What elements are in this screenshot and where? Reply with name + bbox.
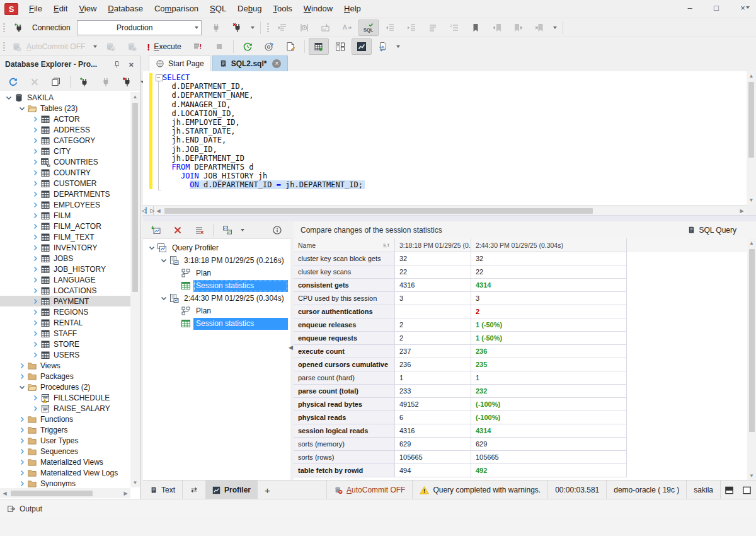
tree-item-sakila[interactable]: SAKILA [0,92,130,103]
chevron-down-icon[interactable] [17,382,27,392]
tree-item-job-history[interactable]: JOB_HISTORY [0,264,130,274]
tab-text-view[interactable]: Text [143,481,182,499]
chevron-right-icon[interactable] [30,146,40,156]
chevron-right-icon[interactable] [30,264,40,274]
profiler-item-plan[interactable]: Plan [143,267,290,279]
tree-item-city[interactable]: CITY [0,146,130,156]
rollback-button[interactable] [122,38,142,55]
tab-list-caret-icon[interactable] [746,6,750,9]
clear-results-button[interactable] [189,222,209,238]
sql-query-button[interactable]: SQL Query [687,226,736,235]
chevron-right-icon[interactable] [30,114,40,124]
chevron-right-icon[interactable] [17,436,27,446]
stat-row-physical-read-bytes[interactable]: physical read bytes49152(-100%) [294,398,747,411]
autocommit-caret-icon[interactable] [93,45,97,48]
scroll-left-icon[interactable]: ◀ [154,206,163,216]
swap-view-button[interactable] [183,481,205,499]
toolbar-grip[interactable] [3,23,5,33]
chevron-right-icon[interactable] [30,232,40,242]
scroll-up-icon[interactable]: ▲ [747,238,756,248]
stat-row-sorts-memory-[interactable]: sorts (memory)629629 [294,438,747,451]
menu-item-edit[interactable]: Edit [48,0,73,18]
stat-row-execute-count[interactable]: execute count237236 [294,345,747,358]
autocommit-button[interactable]: AutoCommit OFF [9,38,90,55]
menu-item-database[interactable]: Database [102,0,149,18]
increase-indent-button[interactable] [401,20,421,36]
chevron-right-icon[interactable] [30,200,40,210]
tree-item-packages[interactable]: Packages [0,371,130,382]
stat-row-consistent-gets[interactable]: consistent gets43164314 [294,279,747,292]
execution-history-button[interactable] [238,38,258,55]
collapse-pane-icon[interactable]: ◀ [289,344,293,351]
column-header-snapshot2[interactable]: 2:44:30 PM 01/29/25 (0.304s) [471,238,627,252]
stat-row-cluster-key-scans[interactable]: cluster key scans2222 [294,265,747,279]
editor-vertical-scrollbar[interactable]: ▲ ▼ [747,71,756,205]
autocomplete-button[interactable]: A [337,20,357,36]
next-bookmark-button[interactable] [508,20,529,36]
cascade-windows-button[interactable] [46,74,66,90]
code-line[interactable]: jh.START_DATE, [163,127,365,136]
status-autocommit[interactable]: AutoCommit OFF [327,481,412,499]
chevron-right-icon[interactable] [30,221,40,231]
tree-item-address[interactable]: ADDRESS [0,124,130,135]
tree-item-customer[interactable]: CUSTOMER [0,178,130,189]
chevron-right-icon[interactable] [17,414,27,424]
tree-item-fillschedule[interactable]: FILLSCHEDULE [0,392,130,403]
comment-lines-button[interactable] [423,20,443,36]
line-numbers-button[interactable]: 2 [444,20,464,36]
reconnect-button[interactable] [206,20,226,36]
sql-editor[interactable]: SELECT d.DEPARTMENT_ID, d.DEPARTMENT_NAM… [143,71,747,205]
tree-item-jobs[interactable]: JOBS [0,253,130,264]
tree-item-staff[interactable]: STAFF [0,328,130,339]
toolbar-overflow-caret-icon[interactable] [396,45,400,48]
query-parameters-button[interactable] [259,38,279,55]
stat-row-sorts-rows-[interactable]: sorts (rows)105665105665 [294,451,747,464]
tree-item-functions[interactable]: Functions [0,414,130,424]
profiler-item-session-statistics[interactable]: Session statistics [143,317,290,330]
profiler-item-plan[interactable]: Plan [143,305,290,317]
code-line[interactable]: ON d.DEPARTMENT_ID = jh.DEPARTMENT_ID; [163,180,365,189]
tab-profiler-view[interactable]: Profiler [205,481,258,499]
tab-close-icon[interactable]: × [272,59,281,68]
code-line[interactable]: d.MANAGER_ID, [163,100,365,109]
statistics-vertical-scrollbar[interactable]: ▲ ▼ [747,238,756,481]
chevron-right-icon[interactable] [17,479,27,488]
editor-horizontal-scrollbar[interactable]: ◁▏▷ ◀ ▶ [143,205,747,216]
chevron-right-icon[interactable] [30,329,40,339]
chevron-right-icon[interactable] [30,253,40,264]
code-line[interactable]: d.LOCATION_ID, [163,109,365,118]
tree-item-countries[interactable]: COUNTRIES [0,156,130,167]
new-profiling-result-button[interactable] [146,222,166,238]
stat-row-enqueue-releases[interactable]: enqueue releases21 (-50%) [294,318,747,332]
previous-bookmark-button[interactable] [487,20,507,36]
status-connection[interactable]: demo-oracle ( 19c ) [607,481,686,499]
swap-results-button[interactable] [373,38,393,55]
scroll-up-icon[interactable]: ▲ [130,92,140,102]
column-header-snapshot1[interactable]: 3:18:18 PM 01/29/25 (0.216s) [395,238,471,252]
toolbar-grip[interactable] [3,42,5,52]
scroll-right-icon[interactable]: ▶ [121,489,130,498]
scrollbar-thumb[interactable] [11,491,93,496]
explorer-connect-button[interactable] [96,74,116,90]
chevron-right-icon[interactable] [17,371,27,382]
tree-item-language[interactable]: LANGUAGE [0,274,130,285]
menu-item-tools[interactable]: Tools [267,0,297,18]
scrollbar-thumb[interactable] [748,82,754,158]
scroll-down-icon[interactable]: ▼ [747,195,756,205]
code-line[interactable]: jh.DEPARTMENT_ID [163,154,365,163]
scrollbar-thumb[interactable] [749,249,755,432]
tree-item-views[interactable]: Views [0,360,130,371]
format-statement-button[interactable] [273,20,293,36]
explorer-new-connection-button[interactable] [74,74,94,90]
minimize-button[interactable]: – [677,0,703,18]
chevron-right-icon[interactable] [30,286,40,296]
code-line[interactable]: jh.EMPLOYEE_ID, [163,118,365,127]
tab-sql2[interactable]: SQL2.sql* × [212,55,289,71]
explorer-horizontal-scrollbar[interactable]: ◀ ▶ [0,488,130,498]
delete-object-button[interactable] [25,74,45,90]
execute-button[interactable]: ! Execute [143,38,186,55]
tree-item-materialized-view-logs[interactable]: Materialized View Logs [0,467,130,478]
chevron-right-icon[interactable] [30,189,40,199]
stat-row-physical-reads[interactable]: physical reads6(-100%) [294,411,747,424]
chevron-right-icon[interactable] [30,168,40,178]
